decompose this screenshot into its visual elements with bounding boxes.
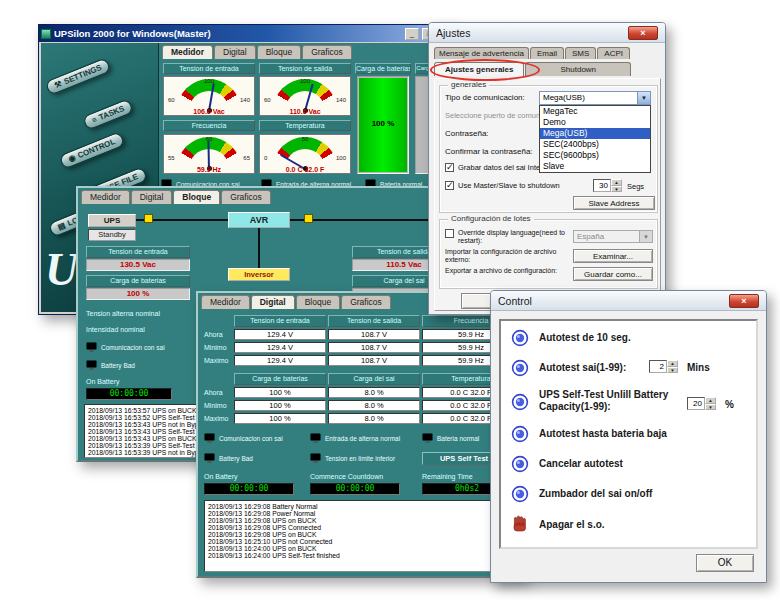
tab-shutdown[interactable]: Shutdown bbox=[525, 62, 631, 76]
table-cell: 100 % bbox=[234, 413, 326, 424]
com-type-dropdown[interactable]: MegaTec Demo Mega(USB) SEC(2400bps) SEC(… bbox=[539, 105, 651, 173]
tab-medidor[interactable]: Medidor bbox=[201, 295, 250, 309]
tab-sms[interactable]: SMS bbox=[565, 47, 596, 59]
gauge-value: 0.0 C 32.0 F bbox=[260, 166, 350, 173]
battery-bad-icon bbox=[204, 453, 216, 464]
sidebar-button-settings[interactable]: ⚒ SETTINGS bbox=[45, 57, 112, 96]
main-title-bar[interactable]: UPSilon 2000 for Windows(Master) _ □ × bbox=[39, 25, 455, 42]
tab-bloque[interactable]: Bloque bbox=[257, 45, 301, 59]
dropdown-option-selected[interactable]: Mega(USB) bbox=[540, 128, 650, 139]
ok-button[interactable]: OK bbox=[696, 554, 754, 572]
tab-graficos[interactable]: Graficos bbox=[302, 45, 352, 59]
ajustes-title-bar[interactable]: Ajustes × bbox=[429, 23, 665, 43]
spin-down-icon[interactable]: ▼ bbox=[667, 367, 678, 374]
checkbox-checked[interactable] bbox=[445, 163, 454, 172]
table-cell: 108.7 V bbox=[328, 355, 420, 366]
status-battery: Bateria normal bbox=[422, 433, 479, 444]
chevron-down-icon[interactable]: ▼ bbox=[637, 92, 650, 104]
tab-bloque[interactable]: Bloque bbox=[173, 190, 220, 204]
control-item-selftest-capacity[interactable]: UPS Self-Test Unlill Battery Capacity(1-… bbox=[539, 389, 681, 413]
interval-spinner[interactable]: 30 ▲ ▼ bbox=[593, 179, 622, 192]
tick-label: 0 bbox=[264, 155, 267, 161]
sidebar-button-tasks[interactable]: ≡ TASKS bbox=[82, 98, 134, 131]
tab-ajustes-generales[interactable]: Ajustes generales bbox=[434, 62, 524, 76]
nominal-label: Intensidad nominal bbox=[86, 326, 145, 333]
tick-label: 140 bbox=[336, 97, 346, 103]
dropdown-option[interactable]: SEC(9600bps) bbox=[540, 150, 650, 161]
tab-medidor[interactable]: Medidor bbox=[162, 45, 213, 59]
dropdown-option[interactable]: SEC(2400bps) bbox=[540, 139, 650, 150]
capacity-spinner[interactable]: 20 ▲ ▼ bbox=[687, 397, 716, 410]
battery-charge-bar: 100 % bbox=[357, 76, 409, 174]
tab-digital[interactable]: Digital bbox=[214, 45, 256, 59]
dropdown-option[interactable]: MegaTec bbox=[540, 106, 650, 117]
spin-down-icon[interactable]: ▼ bbox=[705, 404, 716, 411]
close-button[interactable]: × bbox=[628, 26, 658, 40]
tab-mensaje-advertencia[interactable]: Mensaje de advertencia bbox=[434, 47, 529, 59]
avr-inverter-wire bbox=[258, 228, 260, 268]
dropdown-option[interactable]: Demo bbox=[540, 117, 650, 128]
control-item-autotest-low-battery[interactable]: Autotest hasta bateria baja bbox=[539, 428, 667, 440]
autotest-minutes-value[interactable]: 2 bbox=[649, 360, 667, 373]
status-ac-input: Entrada de alterna normal bbox=[310, 433, 400, 444]
control-title-bar[interactable]: Control × bbox=[491, 291, 766, 311]
com-type-combobox[interactable]: Mega(USB) ▼ bbox=[539, 91, 651, 105]
autotest-minutes-unit: Mins bbox=[687, 362, 710, 374]
tick-label: 100 bbox=[336, 155, 346, 161]
override-language-checkbox-row[interactable]: Override display language(need to restar… bbox=[445, 229, 571, 245]
interval-unit-label: Segs bbox=[627, 182, 644, 191]
tab-graficos[interactable]: Graficos bbox=[341, 295, 391, 309]
autotest-minutes-spinner[interactable]: 2 ▲ ▼ bbox=[649, 360, 678, 373]
gauge-value: 110.6 Vac bbox=[260, 108, 350, 115]
control-item-autotest-10s[interactable]: Autotest de 10 seg. bbox=[539, 332, 631, 344]
input-connector bbox=[144, 214, 153, 223]
master-slave-checkbox-row[interactable]: Use Master/Slave to shutdown bbox=[445, 181, 590, 190]
nominal-label: Tension alterna nominal bbox=[86, 310, 160, 317]
control-item-autotest-minutes[interactable]: Autotest sai(1-99): bbox=[539, 362, 626, 374]
status-label: Comunicacion con sai bbox=[101, 344, 165, 351]
on-battery-timer: 00:00:00 bbox=[204, 483, 294, 495]
sidebar-button-label: TASKS bbox=[98, 104, 126, 122]
tab-digital[interactable]: Digital bbox=[251, 295, 295, 309]
row-label: Ahora bbox=[204, 331, 223, 338]
interval-value[interactable]: 30 bbox=[593, 179, 611, 192]
table-cell: 108.7 V bbox=[328, 342, 420, 353]
save-as-button[interactable]: Guardar como... bbox=[573, 267, 653, 281]
tab-acpi[interactable]: ACPI bbox=[597, 47, 630, 59]
close-button[interactable]: × bbox=[729, 294, 759, 308]
gauge-header: Tension de entrada bbox=[163, 63, 255, 74]
gauge-value: 59.9 Hz bbox=[164, 166, 254, 173]
gauge-header: Frecuencia bbox=[163, 120, 255, 131]
atom-icon bbox=[511, 359, 529, 377]
sidebar-button-control[interactable]: ◉ CONTROL bbox=[59, 131, 125, 169]
capacity-value[interactable]: 20 bbox=[687, 397, 705, 410]
spin-down-icon[interactable]: ▼ bbox=[611, 186, 622, 193]
checkbox-checked[interactable] bbox=[445, 181, 454, 190]
atom-icon bbox=[511, 393, 529, 411]
tab-digital[interactable]: Digital bbox=[131, 190, 173, 204]
battery-bad-icon bbox=[86, 360, 98, 371]
tab-email[interactable]: Email bbox=[530, 47, 564, 59]
status-battery-bad: Battery Bad bbox=[204, 453, 253, 464]
capacity-unit: % bbox=[725, 399, 734, 411]
atom-icon bbox=[511, 425, 529, 443]
control-item-shutdown-os[interactable]: Apagar el s.o. bbox=[539, 519, 605, 531]
control-item-buzzer-toggle[interactable]: Zumbador del sai on/off bbox=[539, 488, 652, 500]
minimize-button[interactable]: _ bbox=[405, 28, 419, 40]
language-combobox[interactable]: España ▼ bbox=[573, 230, 653, 243]
control-item-cancel-autotest[interactable]: Cancelar autotest bbox=[539, 458, 623, 470]
ajustes-tab-panel: generales Tipo de comunicacion: Mega(USB… bbox=[434, 78, 661, 311]
checkbox-unchecked[interactable] bbox=[445, 229, 454, 238]
event-log-list[interactable]: 2018/09/13 16:29:08 Battery Normal 2018/… bbox=[204, 500, 520, 572]
battery-bar-value: 100 % bbox=[358, 119, 408, 128]
table-cell: 129.4 V bbox=[234, 355, 326, 366]
tab-graficos[interactable]: Graficos bbox=[221, 190, 271, 204]
export-config-label: Exportar a archivo de configuración: bbox=[445, 267, 569, 275]
dropdown-option[interactable]: Slave bbox=[540, 161, 650, 172]
tab-medidor[interactable]: Medidor bbox=[81, 190, 130, 204]
status-label: Comunicacion con sai bbox=[219, 435, 283, 442]
browse-button[interactable]: Examinar... bbox=[573, 249, 653, 263]
slave-address-button[interactable]: Slave Address bbox=[573, 196, 655, 210]
tab-bloque[interactable]: Bloque bbox=[296, 295, 340, 309]
row-label: Maximo bbox=[204, 415, 229, 422]
